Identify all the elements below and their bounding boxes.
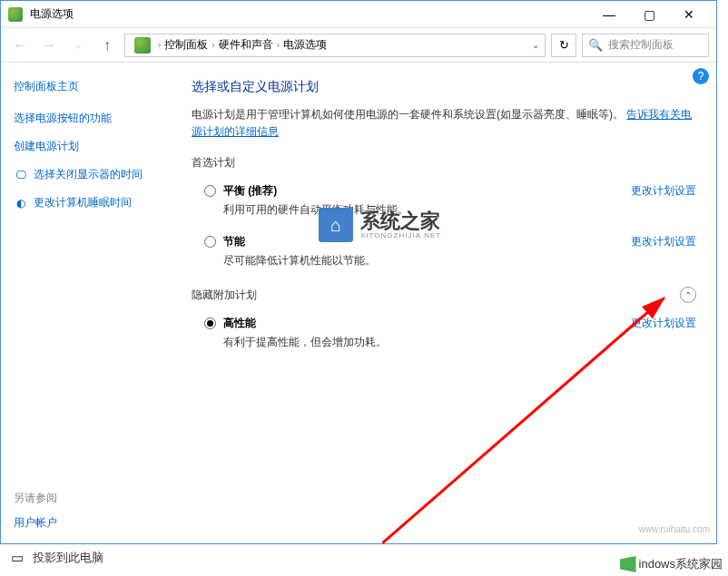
search-icon: 🔍: [588, 38, 603, 52]
chevron-right-icon: ›: [158, 40, 161, 50]
plan-name: 高性能: [223, 316, 620, 331]
plan-desc: 尽可能降低计算机性能以节能。: [223, 253, 620, 268]
sidebar-item-label: 选择关闭显示器的时间: [34, 167, 143, 182]
up-button[interactable]: ↑: [95, 34, 119, 57]
bottom-site-logo: indows系统家园: [620, 556, 723, 572]
app-icon: [8, 7, 23, 22]
see-also-label: 另请参阅: [14, 491, 57, 506]
sidebar-display-off-time[interactable]: 🖵 选择关闭显示器的时间: [14, 167, 170, 182]
forward-button[interactable]: →: [37, 34, 61, 57]
hidden-plans-header: 隐藏附加计划 ⌃: [192, 287, 696, 303]
radio-balanced[interactable]: [204, 185, 216, 197]
chevron-right-icon: ›: [212, 40, 214, 50]
minimize-button[interactable]: —: [589, 1, 629, 28]
collapse-icon[interactable]: ⌃: [680, 287, 696, 303]
plan-name: 平衡 (推荐): [223, 183, 620, 199]
user-accounts-link[interactable]: 用户帐户: [14, 515, 57, 531]
change-plan-settings-link[interactable]: 更改计划设置: [631, 316, 696, 331]
sidebar-footer: 另请参阅 用户帐户: [14, 491, 57, 531]
chevron-right-icon: ›: [277, 40, 280, 50]
plan-power-saver: 节能 尽可能降低计算机性能以节能。 更改计划设置: [192, 230, 696, 281]
monitor-icon: 🖵: [14, 168, 28, 182]
content-body: ? 控制面板主页 选择电源按钮的功能 创建电源计划 🖵 选择关闭显示器的时间 ◐…: [1, 63, 716, 543]
control-panel-home-link[interactable]: 控制面板主页: [14, 79, 170, 94]
close-button[interactable]: ✕: [669, 1, 709, 28]
plan-name: 节能: [223, 234, 620, 249]
address-breadcrumb[interactable]: › 控制面板 › 硬件和声音 › 电源选项 ⌄: [124, 34, 546, 57]
breadcrumb-power-options[interactable]: 电源选项: [283, 37, 327, 53]
page-description: 电源计划是用于管理计算机如何使用电源的一套硬件和系统设置(如显示器亮度、睡眠等)…: [192, 106, 696, 141]
refresh-button[interactable]: ↻: [551, 34, 576, 57]
history-dropdown[interactable]: ⌄: [66, 34, 90, 57]
breadcrumb-hardware-sound[interactable]: 硬件和声音: [219, 37, 273, 53]
plan-desc: 利用可用的硬件自动平衡功耗与性能。: [223, 202, 620, 218]
power-options-window: 电源选项 — ▢ ✕ ← → ⌄ ↑ › 控制面板 › 硬件和声音 › 电源选项…: [0, 0, 717, 544]
plan-desc: 有利于提高性能，但会增加功耗。: [223, 335, 620, 350]
search-placeholder: 搜索控制面板: [608, 37, 674, 53]
preferred-plans-label: 首选计划: [192, 155, 696, 171]
taskbar-project-item[interactable]: ▭ 投影到此电脑: [11, 550, 103, 566]
project-icon: ▭: [11, 550, 24, 566]
sidebar-choose-power-button[interactable]: 选择电源按钮的功能: [14, 111, 170, 126]
windows-logo-icon: [620, 556, 636, 572]
sidebar-item-label: 选择电源按钮的功能: [14, 111, 112, 126]
titlebar: 电源选项 — ▢ ✕: [1, 1, 716, 28]
sidebar-create-power-plan[interactable]: 创建电源计划: [14, 139, 170, 154]
hidden-plans-label: 隐藏附加计划: [192, 288, 257, 303]
sidebar-item-label: 更改计算机睡眠时间: [34, 195, 132, 210]
radio-power-saver[interactable]: [204, 236, 216, 248]
breadcrumb-control-panel[interactable]: 控制面板: [164, 37, 208, 53]
main-content: 选择或自定义电源计划 电源计划是用于管理计算机如何使用电源的一套硬件和系统设置(…: [182, 63, 716, 543]
sidebar: 控制面板主页 选择电源按钮的功能 创建电源计划 🖵 选择关闭显示器的时间 ◐ 更…: [1, 63, 182, 543]
sidebar-sleep-time[interactable]: ◐ 更改计算机睡眠时间: [14, 195, 170, 210]
ruihaitu-watermark: www.ruihaitu.com: [639, 524, 710, 534]
breadcrumb-dropdown-icon[interactable]: ⌄: [532, 40, 539, 50]
radio-high-performance[interactable]: [204, 317, 216, 329]
back-button[interactable]: ←: [8, 34, 32, 57]
window-controls: — ▢ ✕: [589, 1, 709, 28]
address-icon: [134, 37, 151, 54]
plan-balanced: 平衡 (推荐) 利用可用的硬件自动平衡功耗与性能。 更改计划设置: [192, 180, 696, 230]
page-title: 选择或自定义电源计划: [192, 79, 696, 95]
change-plan-settings-link[interactable]: 更改计划设置: [631, 183, 696, 199]
change-plan-settings-link[interactable]: 更改计划设置: [631, 234, 696, 249]
toolbar: ← → ⌄ ↑ › 控制面板 › 硬件和声音 › 电源选项 ⌄ ↻ 🔍 搜索控制…: [1, 28, 716, 63]
plan-high-performance: 高性能 有利于提高性能，但会增加功耗。 更改计划设置: [192, 312, 696, 363]
window-title: 电源选项: [30, 6, 589, 22]
search-box[interactable]: 🔍 搜索控制面板: [582, 34, 709, 57]
maximize-button[interactable]: ▢: [629, 1, 669, 28]
sidebar-item-label: 创建电源计划: [14, 139, 79, 154]
moon-icon: ◐: [14, 196, 28, 210]
